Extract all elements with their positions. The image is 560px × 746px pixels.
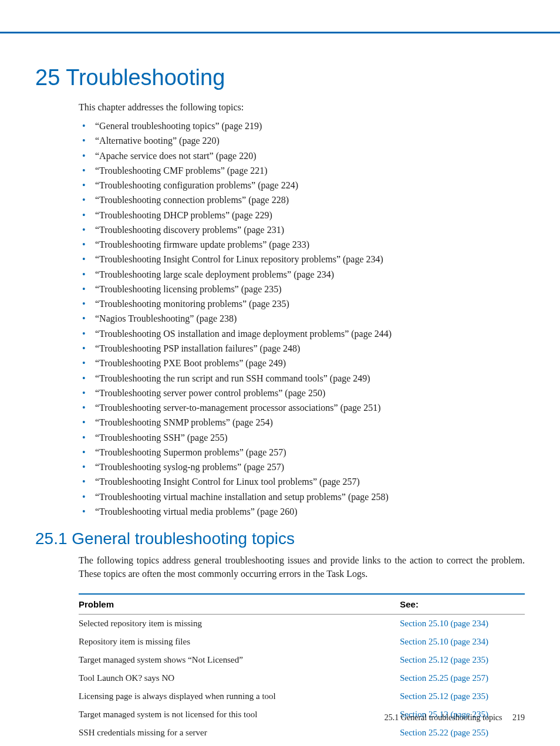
toc-item[interactable]: “Troubleshooting monitoring problems” (p… [79, 296, 525, 311]
problem-cell: Target managed system is not licensed fo… [79, 706, 400, 724]
see-cell[interactable]: Section 25.25 (page 257) [400, 669, 525, 687]
toc-item[interactable]: “Troubleshooting virtual machine install… [79, 490, 525, 504]
table-row: Target managed system shows “Not License… [79, 651, 525, 669]
intro-text: This chapter addresses the following top… [79, 102, 525, 113]
see-cell[interactable]: Section 25.12 (page 235) [400, 651, 525, 669]
problem-cell: Licensing page is always displayed when … [79, 687, 400, 706]
table-row: Licensing page is always displayed when … [79, 687, 525, 706]
toc-item[interactable]: “Troubleshooting licensing problems” (pa… [79, 282, 525, 296]
table-row: Repository item is missing filesSection … [79, 633, 525, 651]
toc-item[interactable]: “Troubleshooting large scale deployment … [79, 267, 525, 282]
toc-item[interactable]: “Troubleshooting CMF problems” (page 221… [79, 163, 525, 178]
toc-item[interactable]: “Troubleshooting SSH” (page 255) [79, 430, 525, 445]
toc-item[interactable]: “Troubleshooting virtual media problems”… [79, 504, 525, 519]
table-row: Unable to create SSH connection: No rout… [79, 742, 525, 746]
section-title: 25.1 General troubleshooting topics [35, 529, 525, 548]
table-row: Selected repository item is missingSecti… [79, 614, 525, 633]
toc-item[interactable]: “General troubleshooting topics” (page 2… [79, 119, 525, 133]
problem-cell: Target managed system shows “Not License… [79, 651, 400, 669]
table-header-see: See: [400, 594, 525, 615]
toc-item[interactable]: “Troubleshooting server power control pr… [79, 386, 525, 400]
see-cell[interactable]: Section 25.22 (page 255) [400, 742, 525, 746]
toc-item[interactable]: “Troubleshooting syslog-ng problems” (pa… [79, 460, 525, 474]
see-cell[interactable]: Section 25.12 (page 235) [400, 687, 525, 706]
section-text: The following topics address general tro… [79, 554, 525, 580]
chapter-number: 25 [35, 65, 60, 90]
toc-item[interactable]: “Troubleshooting DHCP problems” (page 22… [79, 208, 525, 222]
toc-item[interactable]: “Troubleshooting firmware update problem… [79, 237, 525, 252]
toc-item[interactable]: “Troubleshooting the run script and run … [79, 371, 525, 386]
troubleshooting-table: Problem See: Selected repository item is… [79, 593, 525, 746]
page-footer: 25.1 General troubleshooting topics 219 [384, 713, 525, 723]
toc-item[interactable]: “Troubleshooting Insight Control for Lin… [79, 252, 525, 266]
toc-item[interactable]: “Nagios Troubleshooting” (page 238) [79, 311, 525, 326]
problem-cell: Unable to create SSH connection: No rout… [79, 742, 400, 746]
toc-item[interactable]: “Troubleshooting discovery problems” (pa… [79, 222, 525, 237]
table-header-problem: Problem [79, 594, 400, 615]
toc-item[interactable]: “Troubleshooting server-to-management pr… [79, 400, 525, 415]
toc-item[interactable]: “Troubleshooting PXE Boot problems” (pag… [79, 356, 525, 370]
problem-cell: Tool Launch OK? says NO [79, 669, 400, 687]
toc-item[interactable]: “Troubleshooting PSP installation failur… [79, 341, 525, 356]
problem-cell: Repository item is missing files [79, 633, 400, 651]
toc-list: “General troubleshooting topics” (page 2… [79, 119, 525, 519]
section-number: 25.1 [35, 529, 68, 548]
table-row: SSH credentials missing for a serverSect… [79, 724, 525, 742]
toc-item[interactable]: “Troubleshooting connection problems” (p… [79, 193, 525, 207]
toc-item[interactable]: “Troubleshooting Supermon problems” (pag… [79, 445, 525, 460]
toc-item[interactable]: “Troubleshooting SNMP problems” (page 25… [79, 415, 525, 430]
chapter-title: 25 Troubleshooting [35, 65, 525, 90]
table-row: Tool Launch OK? says NOSection 25.25 (pa… [79, 669, 525, 687]
problem-cell: SSH credentials missing for a server [79, 724, 400, 742]
see-cell[interactable]: Section 25.22 (page 255) [400, 724, 525, 742]
see-cell[interactable]: Section 25.10 (page 234) [400, 614, 525, 633]
problem-cell: Selected repository item is missing [79, 614, 400, 633]
toc-item[interactable]: “Apache service does not start” (page 22… [79, 148, 525, 163]
see-cell[interactable]: Section 25.10 (page 234) [400, 633, 525, 651]
toc-item[interactable]: “Troubleshooting Insight Control for Lin… [79, 474, 525, 489]
section-name: General troubleshooting topics [72, 529, 295, 548]
toc-item[interactable]: “Troubleshooting configuration problems”… [79, 178, 525, 193]
table-body: Selected repository item is missingSecti… [79, 614, 525, 746]
footer-page-number: 219 [512, 713, 525, 722]
toc-item[interactable]: “Alternative booting” (page 220) [79, 133, 525, 148]
chapter-name: Troubleshooting [66, 65, 225, 90]
footer-label: 25.1 General troubleshooting topics [384, 713, 502, 722]
toc-item[interactable]: “Troubleshooting OS installation and ima… [79, 326, 525, 341]
